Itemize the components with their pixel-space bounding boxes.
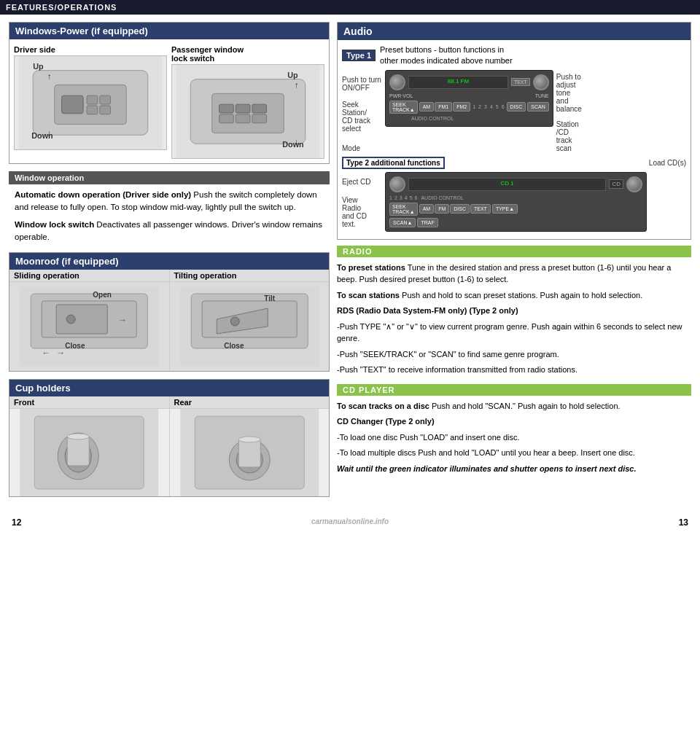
- svg-point-29: [66, 315, 75, 324]
- load-cd-label: Load CD(s): [649, 159, 686, 167]
- window-operation-text: Automatic down operation (Driver side on…: [9, 184, 330, 252]
- type1-badge: Type 1: [342, 50, 376, 61]
- svg-rect-46: [67, 437, 89, 466]
- watermark: carmanualsonline.info: [311, 517, 389, 528]
- svg-rect-17: [252, 104, 267, 113]
- scan-tracks-bold: To scan tracks on a disc: [337, 402, 429, 410]
- rear-cupholder: Rear: [170, 396, 330, 496]
- seek-track-btn-t2[interactable]: SEEKTRACK▲: [389, 203, 418, 216]
- cd-text-content: To scan tracks on a disc Push and hold "…: [337, 399, 691, 480]
- rds-line2: -Push "SEEK/TRACK" or "SCAN" to find sam…: [337, 348, 691, 361]
- svg-text:Down: Down: [282, 140, 303, 149]
- svg-text:Up: Up: [33, 62, 44, 71]
- window-operation-bar: Window operation: [9, 171, 330, 184]
- disc-btn[interactable]: DISC: [507, 102, 526, 112]
- tilting-operation: Tilting operation Tilt Close: [170, 270, 330, 371]
- am-btn[interactable]: AM: [419, 102, 435, 112]
- radio-display-type1: 88.1 FM: [448, 78, 469, 85]
- view-radio-label: ViewRadioand CDtext.: [342, 196, 382, 228]
- am-btn-t2[interactable]: AM: [419, 204, 435, 214]
- tune-knob[interactable]: [533, 74, 549, 90]
- seek-track-btn[interactable]: SEEKTRACK▲: [389, 101, 418, 114]
- svg-text:↓: ↓: [295, 137, 299, 147]
- scan-btn-type2[interactable]: SCAN▲: [389, 218, 416, 227]
- cup-holders-title: Cup holders: [9, 380, 329, 396]
- svg-text:Tilt: Tilt: [264, 294, 275, 302]
- svg-rect-19: [236, 114, 250, 123]
- station-cd-scan-label: Station/CDtrackscan: [556, 120, 593, 152]
- moonroof-section: Moonroof (if equipped) Sliding operation: [9, 252, 330, 372]
- changer-line1: -To load one disc Push "LOAD" and insert…: [337, 431, 691, 444]
- cd-changer-bold: CD Changer (Type 2 only): [337, 417, 435, 426]
- sliding-operation: Sliding operation Open: [9, 270, 170, 371]
- svg-rect-20: [252, 114, 267, 123]
- svg-text:↑: ↑: [47, 71, 52, 82]
- type-btn[interactable]: TYPE▲: [492, 204, 518, 214]
- svg-text:Close: Close: [65, 342, 85, 350]
- svg-text:←: ←: [42, 348, 50, 358]
- rds-bold: RDS (Radio Data System-FM only) (Type 2 …: [337, 306, 518, 315]
- disc-btn-t2[interactable]: DISC: [450, 204, 470, 214]
- rds-line1: -Push TYPE "∧" or "∨" to view current pr…: [337, 321, 691, 345]
- radio-text-content: To preset stations Tune in the desired s…: [337, 260, 691, 381]
- scan-btn-type1[interactable]: SCAN: [527, 102, 548, 112]
- svg-text:Up: Up: [287, 71, 298, 79]
- svg-text:→: →: [118, 315, 127, 325]
- svg-rect-28: [56, 305, 107, 334]
- eject-cd-label: Eject CD: [342, 178, 382, 186]
- svg-rect-4: [87, 95, 98, 104]
- windows-power-title: Windows-Power (if equipped): [9, 23, 329, 39]
- svg-text:→: →: [56, 348, 65, 358]
- scan-stations-text: Push and hold to scan preset stations. P…: [400, 291, 642, 300]
- svg-rect-6: [100, 95, 111, 104]
- front-cupholder: Front: [9, 396, 170, 496]
- svg-rect-52: [238, 439, 260, 467]
- svg-rect-15: [219, 104, 234, 113]
- traf-btn[interactable]: TRAF: [417, 218, 438, 227]
- page-header: FEATURES/OPERATIONS: [0, 0, 700, 15]
- svg-point-53: [238, 437, 260, 442]
- auto-down-bold: Automatic down operation (Driver side on…: [15, 190, 191, 199]
- pwr-vol-knob-type2[interactable]: [389, 176, 405, 192]
- push-to-turn: Push to turnON/OFF: [342, 76, 382, 92]
- rear-label: Rear: [170, 396, 330, 409]
- fm1-btn[interactable]: FM1: [435, 102, 452, 112]
- driver-side-label: Driver side: [14, 44, 167, 55]
- passenger-label: Passenger window lock switch: [171, 44, 324, 64]
- svg-rect-3: [62, 95, 84, 114]
- page-numbers: 12 carmanualsonline.info 13: [0, 515, 700, 531]
- radio-display-type2: CD 1: [501, 180, 514, 187]
- cd-player-section: CD PLAYER To scan tracks on a disc Push …: [337, 384, 691, 480]
- svg-rect-7: [100, 106, 111, 114]
- changer-line2: -To load multiple discs Push and hold "L…: [337, 447, 691, 459]
- lock-switch-bold: Window lock switch: [15, 220, 94, 229]
- pwr-vol-knob[interactable]: [389, 74, 405, 90]
- type2-badge: Type 2 additional functions: [342, 157, 445, 169]
- svg-rect-5: [87, 106, 98, 114]
- seek-label: SeekStation/CD trackselect: [342, 101, 382, 133]
- windows-power-section: Windows-Power (if equipped) Driver side: [9, 22, 330, 164]
- fm-btn-t2[interactable]: FM: [435, 204, 449, 214]
- sliding-label: Sliding operation: [9, 270, 169, 282]
- preset-stations-bold: To preset stations: [337, 263, 405, 272]
- left-page-number: 12: [12, 517, 21, 528]
- right-page-number: 13: [679, 517, 688, 528]
- svg-text:Close: Close: [224, 342, 244, 350]
- tune-knob-type2[interactable]: [626, 176, 642, 192]
- svg-point-39: [230, 317, 239, 326]
- cd-section-bar: CD PLAYER: [337, 384, 691, 396]
- svg-text:↓: ↓: [47, 128, 52, 138]
- audio-section: Audio Type 1 Preset buttons - button fun…: [337, 22, 691, 240]
- front-label: Front: [9, 396, 169, 409]
- svg-point-47: [67, 434, 89, 439]
- radio-section: RADIO To preset stations Tune in the des…: [337, 246, 691, 381]
- svg-text:Open: Open: [93, 291, 112, 299]
- svg-rect-16: [236, 104, 250, 113]
- audio-title: Audio: [338, 23, 691, 40]
- text-btn-t2[interactable]: TEXT: [470, 204, 491, 214]
- push-adjust-label: Push toadjusttoneandbalance: [556, 73, 593, 113]
- scan-stations-bold: To scan stations: [337, 291, 400, 300]
- fm2-btn[interactable]: FM2: [453, 102, 470, 112]
- text-btn[interactable]: TEXT: [511, 78, 530, 86]
- left-column: Windows-Power (if equipped) Driver side: [9, 22, 330, 504]
